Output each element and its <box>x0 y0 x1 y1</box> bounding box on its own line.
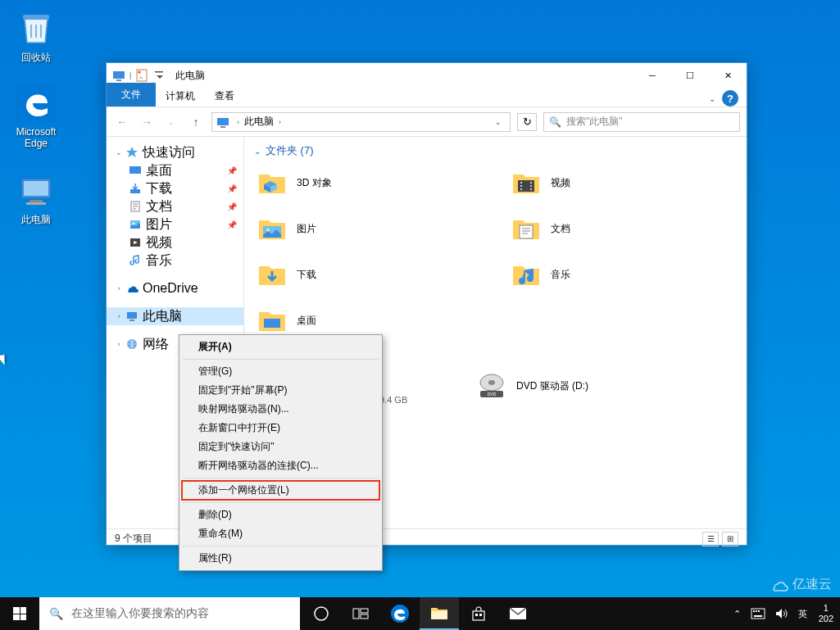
cm-new-window[interactable]: 在新窗口中打开(E) <box>182 419 379 437</box>
refresh-button[interactable]: ↻ <box>517 113 537 131</box>
folder-downloads[interactable]: 下载 <box>254 255 484 294</box>
chevron-right-icon[interactable]: › <box>113 284 125 292</box>
svg-text:DVD: DVD <box>488 392 497 397</box>
watermark: 亿速云 <box>770 576 832 593</box>
cm-pin-quick[interactable]: 固定到"快速访问" <box>182 437 379 456</box>
desktop-icon-label: 此电脑 <box>21 213 51 227</box>
sidebar-onedrive[interactable]: ›OneDrive <box>107 279 243 297</box>
qat-dropdown-icon[interactable] <box>152 68 167 83</box>
folder-music[interactable]: 音乐 <box>508 255 738 294</box>
desktop-icon-recycle-bin[interactable]: 回收站 <box>5 8 67 65</box>
svg-rect-6 <box>113 71 125 79</box>
breadcrumb-root[interactable]: 此电脑 <box>241 113 277 130</box>
chevron-down-icon[interactable]: ⌄ <box>113 148 125 156</box>
address-dropdown[interactable]: ⌄ <box>490 118 506 126</box>
sidebar-item-documents[interactable]: 文档📌 <box>107 197 243 215</box>
taskbar-store[interactable] <box>459 597 498 630</box>
pictures-icon <box>128 217 143 232</box>
taskbar-search-input[interactable]: 🔍 在这里输入你要搜索的内容 <box>39 597 300 630</box>
svg-rect-40 <box>361 614 368 619</box>
cm-map-drive[interactable]: 映射网络驱动器(N)... <box>182 400 379 419</box>
svg-point-37 <box>315 607 328 620</box>
section-header-folders[interactable]: ⌄ 文件夹 (7) <box>254 143 737 158</box>
start-button[interactable] <box>0 597 39 630</box>
svg-rect-42 <box>431 611 447 619</box>
desktop-icon-edge[interactable]: Microsoft Edge <box>5 84 67 149</box>
taskbar-edge[interactable] <box>380 597 420 630</box>
svg-point-24 <box>520 185 522 187</box>
svg-rect-31 <box>520 225 533 238</box>
help-button[interactable]: ? <box>722 90 738 107</box>
cortana-button[interactable] <box>302 597 341 630</box>
svg-rect-48 <box>753 610 755 612</box>
computer-icon <box>111 68 126 83</box>
properties-icon[interactable] <box>134 68 149 83</box>
folder-3d-objects[interactable]: 3D 对象 <box>254 163 484 202</box>
svg-rect-11 <box>217 118 229 125</box>
cm-properties[interactable]: 属性(R) <box>182 549 379 568</box>
computer-icon <box>216 115 230 129</box>
tab-file[interactable]: 文件 <box>107 83 156 107</box>
folder-documents[interactable]: 文档 <box>508 209 738 248</box>
computer-icon <box>16 170 56 210</box>
taskbar-explorer[interactable] <box>420 597 459 630</box>
cm-rename[interactable]: 重命名(M) <box>182 524 379 543</box>
desktop-icon-this-pc[interactable]: 此电脑 <box>5 170 67 227</box>
cm-manage[interactable]: 管理(G) <box>182 362 379 381</box>
window-title: 此电脑 <box>167 69 633 83</box>
tray-keyboard-icon[interactable] <box>746 597 770 630</box>
maximize-button[interactable]: ☐ <box>671 63 709 88</box>
search-icon: 🔍 <box>49 607 63 620</box>
desktop-icon-label: Microsoft Edge <box>5 126 67 149</box>
search-input[interactable]: 🔍 搜索"此电脑" <box>543 112 740 132</box>
svg-point-28 <box>530 188 532 190</box>
sidebar-this-pc[interactable]: ›此电脑 <box>107 307 243 325</box>
minimize-button[interactable]: ─ <box>633 63 671 88</box>
task-view-button[interactable] <box>341 597 380 630</box>
drive-dvd[interactable]: DVD DVD 驱动器 (D:) <box>474 366 679 406</box>
svg-point-23 <box>520 182 522 184</box>
folder-icon <box>510 212 543 245</box>
svg-rect-39 <box>361 609 368 613</box>
folder-icon <box>256 258 288 291</box>
sidebar-item-pictures[interactable]: 图片📌 <box>107 215 243 233</box>
address-bar[interactable]: › 此电脑 › ⌄ <box>211 112 511 132</box>
svg-rect-44 <box>475 614 478 616</box>
tray-volume-icon[interactable] <box>770 597 793 630</box>
tab-view[interactable]: 查看 <box>205 86 244 107</box>
sidebar-item-music[interactable]: 音乐 <box>107 252 243 270</box>
svg-point-9 <box>138 71 141 74</box>
view-icons-button[interactable]: ⊞ <box>722 532 738 546</box>
cm-disconnect[interactable]: 断开网络驱动器的连接(C)... <box>182 456 379 475</box>
downloads-icon <box>128 181 143 196</box>
taskbar-mail[interactable] <box>498 597 538 630</box>
tray-ime-indicator[interactable]: 英 <box>793 608 812 620</box>
tray-clock[interactable]: 1 202 <box>812 603 840 624</box>
sidebar-item-desktop[interactable]: 桌面📌 <box>107 161 243 179</box>
sidebar-quick-access[interactable]: ⌄ 快速访问 <box>107 143 243 161</box>
chevron-right-icon[interactable]: › <box>113 340 125 348</box>
cm-add-network-location[interactable]: 添加一个网络位置(L) <box>182 481 379 500</box>
nav-back-button[interactable]: ← <box>113 113 131 131</box>
cm-expand[interactable]: 展开(A) <box>182 338 379 356</box>
desktop-icon <box>128 163 143 178</box>
folder-videos[interactable]: 视频 <box>508 163 738 202</box>
tray-overflow-button[interactable]: ⌃ <box>729 597 746 630</box>
nav-history-button[interactable]: ⌄ <box>162 113 180 131</box>
close-button[interactable]: ✕ <box>709 63 747 88</box>
cm-pin-start[interactable]: 固定到"开始"屏幕(P) <box>182 381 379 400</box>
view-details-button[interactable]: ☰ <box>702 532 719 546</box>
nav-up-button[interactable]: ↑ <box>187 113 205 131</box>
tab-computer[interactable]: 计算机 <box>156 86 205 107</box>
ribbon-expand-icon[interactable]: ⌄ <box>702 91 722 107</box>
nav-forward-button[interactable]: → <box>138 113 156 131</box>
navbar: ← → ⌄ ↑ › 此电脑 › ⌄ ↻ 🔍 搜索"此电脑" <box>107 107 747 137</box>
svg-rect-19 <box>127 312 137 319</box>
folder-pictures[interactable]: 图片 <box>254 209 484 248</box>
taskbar: 🔍 在这里输入你要搜索的内容 ⌃ 英 1 202 <box>0 597 840 630</box>
sidebar-item-videos[interactable]: 视频 <box>107 233 243 252</box>
titlebar: | 此电脑 ─ ☐ ✕ <box>107 63 747 88</box>
chevron-right-icon[interactable]: › <box>113 312 125 320</box>
cm-delete[interactable]: 删除(D) <box>182 505 379 524</box>
sidebar-item-downloads[interactable]: 下载📌 <box>107 179 243 197</box>
